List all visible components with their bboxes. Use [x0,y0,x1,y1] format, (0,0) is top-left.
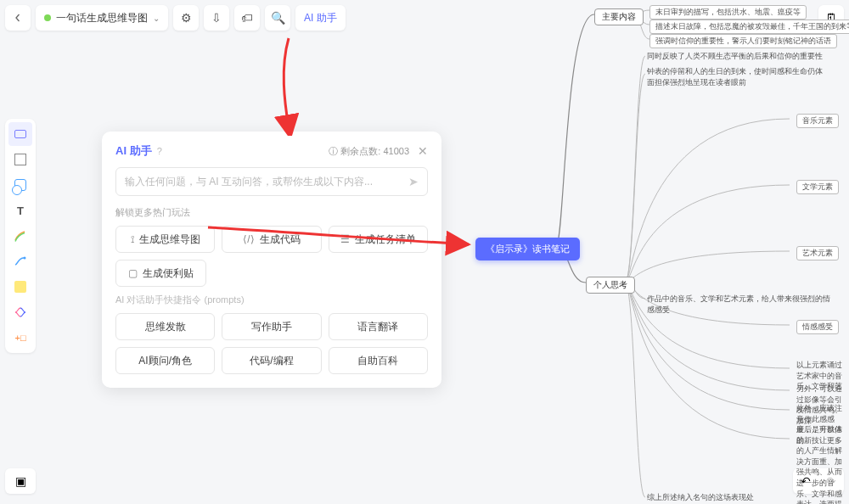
ai-input-row: ➤ [115,167,428,196]
list-chip-icon: ☰ [340,233,350,245]
para-4[interactable]: 最后，可以借助新技让更多的人产生情解决方面重、加强共鸣、从而进一步的音乐、文学和… [796,424,849,504]
para-5[interactable]: 综上所述纳入名句的这场表现处 [647,492,754,503]
document-title: 一句话生成思维导图 [56,11,148,25]
mindmap-icon [14,305,27,319]
tool-more[interactable]: +□ [8,326,32,350]
cat-art[interactable]: 艺术元素 [796,246,839,260]
prompts-section-label: AI 对话助手快捷指令 (prompts) [115,294,428,306]
chevron-down-icon: ⌄ [153,14,160,23]
document-title-dropdown[interactable]: 一句话生成思维导图 ⌄ [36,5,168,31]
leaf-main-3[interactable]: 强调时信仰的重要性，警示人们要时刻铭记神的话语 [649,34,837,48]
branch-personal-thinking[interactable]: 个人思考 [586,277,635,294]
tag-icon: 🏷 [241,11,253,25]
ai-assistant-panel: AI 助手 ? ⓘ 剩余点数: 41003 ✕ ➤ 解锁更多热门玩法 ⟟生成思维… [102,132,441,388]
leaf-main-1[interactable]: 末日审判的描写，包括洪水、地震、瘟疫等 [649,5,807,20]
cat-music[interactable]: 音乐元素 [796,114,839,128]
prompt-diverge[interactable]: 思维发散 [115,313,215,340]
add-more-icon: +□ [14,333,25,343]
frame-icon [14,154,26,165]
chip-generate-mindmap[interactable]: ⟟生成思维导图 [115,226,215,253]
mindmap-chip-icon: ⟟ [131,233,134,245]
select-icon [14,130,26,138]
search-icon: 🔍 [271,11,285,25]
gear-icon: ⚙ [181,11,192,25]
export-button[interactable]: ⇩ [204,5,229,31]
send-button[interactable]: ➤ [408,175,419,188]
tool-mindmap[interactable] [8,300,32,324]
info-icon: ⓘ [329,145,338,158]
tool-text[interactable]: T [8,199,32,222]
prompt-coding[interactable]: 代码/编程 [222,347,321,374]
tool-select[interactable] [8,122,32,146]
sticky-chip-icon: ▢ [128,267,138,279]
points-indicator: ⓘ 剩余点数: 41003 [329,145,409,158]
layers-icon: ▣ [15,474,26,488]
ai-panel-title: AI 助手 [115,143,152,159]
search-button[interactable]: 🔍 [265,5,290,31]
code-chip-icon: ⟨/⟩ [243,233,254,245]
cat-emotion[interactable]: 情感感受 [796,320,839,334]
tool-sticky[interactable] [8,275,32,299]
tag-button[interactable]: 🏷 [234,5,260,31]
back-button[interactable] [5,5,31,31]
chip-generate-sticky[interactable]: ▢生成便利贴 [115,260,206,287]
status-dot-icon [44,14,51,21]
sticky-note-icon [14,281,26,293]
left-tool-palette: T +□ [5,119,36,353]
points-value: 41003 [383,146,409,156]
download-icon: ⇩ [211,11,222,25]
branch-main-content[interactable]: 主要内容 [594,8,644,25]
leaf-think-3[interactable]: 作品中的音乐、文学和艺术元素，给人带来很强烈的情感感受 [647,294,834,315]
leaf-main-2[interactable]: 描述末日故障，包括恶魔的被攻毁最佳，千年王国的到来等 [649,20,849,34]
connector-icon [14,255,27,268]
prompt-writing[interactable]: 写作助手 [222,313,321,340]
points-label: 剩余点数: [340,145,380,158]
tool-connector[interactable] [8,249,32,273]
ai-prompt-input[interactable] [125,176,408,188]
unlock-section-label: 解锁更多热门玩法 [115,206,428,219]
tool-frame[interactable] [8,148,32,171]
svg-point-0 [24,257,26,260]
leaf-think-1[interactable]: 同时反映了人类不顾生态平衡的后果和信仰的重要性 [647,51,823,62]
ai-assistant-button[interactable]: AI 助手 [295,5,346,31]
settings-button[interactable]: ⚙ [173,5,199,31]
text-icon: T [17,204,24,217]
cat-literature[interactable]: 文学元素 [796,180,839,194]
chevron-left-icon [14,14,22,22]
shape-icon [14,179,26,191]
chip-generate-tasklist[interactable]: ☰生成任务清单 [329,226,428,253]
help-icon[interactable]: ? [157,146,162,156]
prompt-consultant[interactable]: AI顾问/角色 [115,347,215,374]
prompt-translate[interactable]: 语言翻译 [329,313,428,340]
leaf-think-2[interactable]: 钟表的停留和人的生日的到来，使时间感和生命仍体面担保强烈地呈现在读者眼前 [647,66,825,87]
tool-shape[interactable] [8,173,32,197]
mindmap-central-node[interactable]: 《启示录》读书笔记 [475,238,580,260]
layers-button[interactable]: ▣ [5,468,36,494]
ai-panel-header: AI 助手 ? ⓘ 剩余点数: 41003 ✕ [115,143,428,159]
close-button[interactable]: ✕ [418,144,428,158]
prompt-selfhelp[interactable]: 自助百科 [329,347,428,374]
tool-pen[interactable] [8,224,32,248]
top-toolbar: 一句话生成思维导图 ⌄ ⚙ ⇩ 🏷 🔍 AI 助手 [5,5,346,31]
annotation-arrow-down [272,34,306,136]
pen-icon [14,229,27,243]
chip-generate-code[interactable]: ⟨/⟩生成代码 [222,226,321,253]
